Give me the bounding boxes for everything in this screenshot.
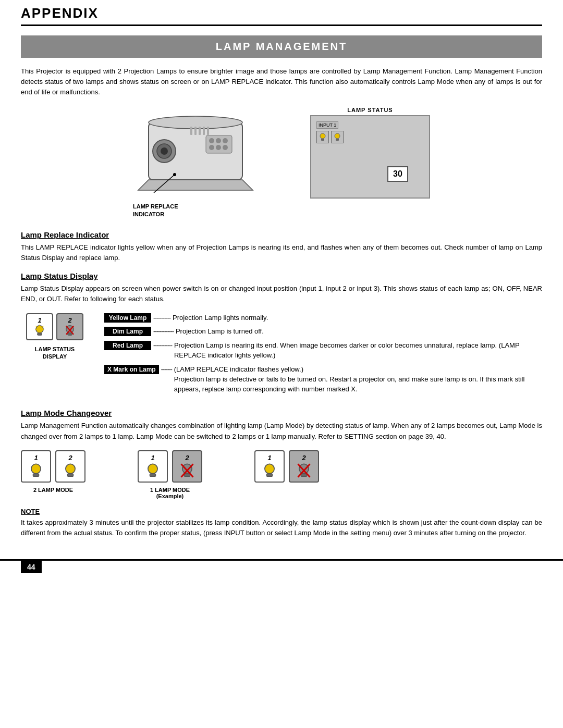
- lamp-bulb-svg-1: [32, 324, 47, 337]
- mode2-lamp-number-1: 1: [34, 454, 38, 462]
- lamp-status-display-label: LAMP STATUS DISPLAY: [35, 346, 75, 361]
- svg-point-14: [223, 138, 228, 143]
- legend-item-red: Red Lamp ------------ Projection Lamp is…: [104, 341, 542, 361]
- svg-point-37: [66, 464, 75, 473]
- number-display: 30: [387, 166, 408, 182]
- lamp-bulb-svg-2: [63, 324, 77, 337]
- mini-lamp-2-svg: [333, 132, 342, 142]
- svg-rect-6: [190, 127, 192, 135]
- svg-rect-40: [150, 474, 155, 477]
- mode-alt-lamp-number-2: 2: [302, 454, 305, 462]
- mode-alt-lamp-number-1: 1: [267, 454, 271, 462]
- mini-lamp-2: [331, 131, 344, 143]
- page-title: APPENDIX: [21, 5, 542, 21]
- svg-point-47: [299, 464, 309, 473]
- projector-illustration: [133, 107, 268, 201]
- lamp-status-top-label: LAMP STATUS: [347, 107, 393, 113]
- mode1-lamp-1: 1: [138, 450, 168, 483]
- dim-lamp-dashes: -------------: [151, 327, 176, 336]
- svg-point-35: [31, 464, 41, 473]
- svg-rect-23: [336, 139, 339, 141]
- svg-line-29: [36, 326, 37, 327]
- section-title: LAMP MANAGEMENT: [21, 41, 542, 53]
- lamp-icon-2: 2: [56, 313, 83, 340]
- yellow-lamp-text: Projection Lamp lights normally.: [173, 313, 268, 323]
- lamp-replace-subsection: Lamp Replace Indicator This LAMP REPLACE…: [21, 230, 542, 263]
- mode2-lamp-number-2: 2: [68, 454, 72, 462]
- svg-point-41: [182, 464, 192, 473]
- intro-paragraph: This Projector is equipped with 2 Projec…: [21, 66, 542, 97]
- svg-point-16: [216, 145, 221, 150]
- svg-point-20: [320, 133, 325, 139]
- input-label: INPUT 1: [316, 121, 338, 129]
- svg-point-45: [265, 464, 274, 473]
- lamp-status-subsection: Lamp Status Display Lamp Status Display …: [21, 272, 542, 304]
- mode-alt-lamp-1: 1: [254, 450, 285, 483]
- mini-lamp-1-svg: [318, 132, 327, 142]
- lamp-icon-1: 1: [26, 313, 53, 340]
- svg-point-15: [209, 145, 214, 150]
- mode2-lamp-svg-1: [28, 462, 44, 479]
- lamp-mini-icons: [316, 131, 344, 143]
- diagram-row: LAMP REPLACE INDICATOR LAMP STATUS INPUT…: [21, 107, 542, 218]
- svg-rect-36: [33, 474, 39, 477]
- yellow-lamp-dashes: -----------: [151, 313, 173, 323]
- svg-rect-46: [266, 474, 272, 477]
- mode1-lamp-svg-2: [179, 462, 195, 479]
- lamp-number-1: 1: [38, 316, 41, 324]
- svg-rect-32: [68, 333, 72, 335]
- svg-point-39: [148, 464, 157, 473]
- lamp-status-heading: Lamp Status Display: [21, 272, 542, 280]
- projector-diagram: LAMP REPLACE INDICATOR: [133, 107, 279, 218]
- lamp-status-mini-icons: INPUT 1: [316, 121, 338, 129]
- lamp-number-2: 2: [68, 316, 71, 324]
- svg-line-30: [42, 326, 43, 327]
- mini-lamp-1: [316, 131, 329, 143]
- page-header: APPENDIX: [21, 0, 542, 26]
- mode1-lamp-svg-1: [144, 462, 161, 479]
- svg-point-12: [209, 138, 214, 143]
- mode1-lamp-2: 2: [172, 450, 202, 483]
- svg-rect-21: [321, 139, 324, 141]
- mode-diagrams-row: 1 2 2 LAMP MODE: [21, 450, 542, 499]
- dim-lamp-text: Projection Lamp is turned off.: [176, 327, 264, 337]
- svg-rect-10: [207, 127, 209, 135]
- mode-1-label: 1 LAMP MODE (Example): [150, 487, 190, 499]
- svg-rect-9: [203, 127, 205, 135]
- page-number-bar: 44: [0, 559, 563, 573]
- svg-point-22: [335, 133, 340, 139]
- xmark-lamp-dashes: -------: [159, 365, 174, 374]
- svg-rect-42: [184, 474, 190, 477]
- xmark-lamp-text: (LAMP REPLACE indicator flashes yellow.)…: [174, 365, 542, 394]
- lamp-mode-subsection: Lamp Mode Changeover Lamp Management Fun…: [21, 409, 542, 441]
- yellow-lamp-tag: Yellow Lamp: [104, 313, 151, 323]
- note-section: NOTE It takes approximately 3 minutes un…: [21, 508, 542, 538]
- xmark-lamp-tag: X Mark on Lamp: [104, 365, 159, 374]
- svg-rect-11: [206, 135, 232, 153]
- svg-rect-48: [301, 474, 307, 477]
- lamp-mode-heading: Lamp Mode Changeover: [21, 409, 542, 417]
- note-title: NOTE: [21, 508, 542, 515]
- mode2-lamp-svg-2: [62, 462, 79, 479]
- dim-lamp-tag: Dim Lamp: [104, 327, 151, 336]
- projector-svg: [133, 107, 268, 201]
- svg-point-5: [161, 147, 168, 155]
- mode-alt-lamp-svg-1: [261, 462, 278, 479]
- red-lamp-dashes: ------------: [151, 341, 174, 350]
- mode-1-lamp-group-alt: 1 2: [254, 450, 319, 485]
- mode1-lamp-number-2: 2: [185, 454, 189, 462]
- legend-item-yellow: Yellow Lamp ----------- Projection Lamp …: [104, 313, 542, 323]
- lamp-status-legend-section: 1 2: [21, 313, 542, 399]
- lamp-mode-text: Lamp Management Function automatically c…: [21, 421, 542, 441]
- page-number: 44: [21, 561, 42, 573]
- lamp-replace-indicator-label: LAMP REPLACE INDICATOR: [133, 203, 279, 218]
- lamp-replace-heading: Lamp Replace Indicator: [21, 230, 542, 239]
- lamp-replace-text: This LAMP REPLACE indicator lights yello…: [21, 242, 542, 263]
- mode2-lamp-2: 2: [55, 450, 85, 483]
- mode1-lamp-number-1: 1: [151, 454, 154, 462]
- lamp-icons-wrap: 1 2: [21, 313, 89, 361]
- red-lamp-tag: Red Lamp: [104, 341, 151, 350]
- section-title-box: LAMP MANAGEMENT: [21, 35, 542, 58]
- mode-1-lamp-group: 1 2 1 LAMP MODE (Example): [138, 450, 202, 499]
- mode-alt-lamp-svg-2: [296, 462, 312, 479]
